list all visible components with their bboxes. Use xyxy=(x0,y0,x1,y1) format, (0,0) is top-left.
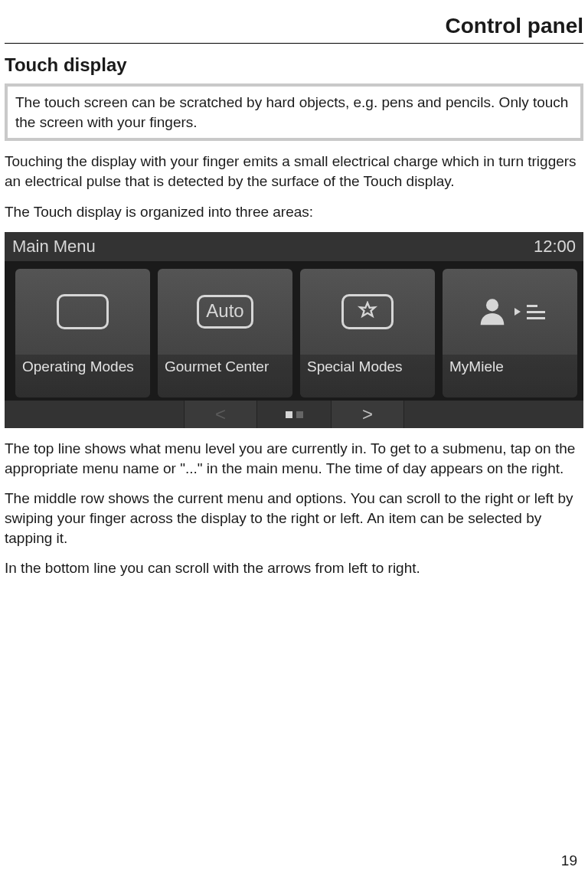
warning-note: The touch screen can be scratched by har… xyxy=(5,83,583,141)
page-title: Control panel xyxy=(5,14,583,38)
page-dot xyxy=(296,411,303,418)
mymiele-icon xyxy=(443,269,577,355)
display-footer: < > xyxy=(5,401,583,428)
tile-gourmet-center[interactable]: Auto Gourmet Center xyxy=(158,269,292,397)
page-number: 19 xyxy=(561,852,577,869)
tile-mymiele[interactable]: MyMiele xyxy=(443,269,577,397)
tile-row[interactable]: Operating Modes Auto Gourmet Center Spec… xyxy=(5,261,583,401)
tile-label: Operating Modes xyxy=(22,358,134,375)
menu-breadcrumb[interactable]: Main Menu xyxy=(12,237,96,257)
display-header: Main Menu 12:00 xyxy=(5,232,583,261)
scroll-left-button[interactable]: < xyxy=(184,401,257,428)
clock: 12:00 xyxy=(534,237,576,257)
special-modes-icon xyxy=(300,269,435,355)
tile-label: Gourmet Center xyxy=(165,358,269,375)
paragraph: In the bottom line you can scroll with t… xyxy=(5,558,583,578)
paragraph: The Touch display is organized into thre… xyxy=(5,202,583,222)
page-indicator xyxy=(257,401,331,428)
touch-display: Main Menu 12:00 Operating Modes Auto Gou… xyxy=(5,232,583,428)
svg-point-0 xyxy=(486,299,498,312)
tile-special-modes[interactable]: Special Modes xyxy=(300,269,435,397)
page-dot-active xyxy=(286,411,292,418)
tile-operating-modes[interactable]: Operating Modes xyxy=(15,269,150,397)
scroll-right-button[interactable]: > xyxy=(331,401,404,428)
divider xyxy=(5,43,583,44)
auto-icon: Auto xyxy=(158,269,292,355)
paragraph: The middle row shows the current menu an… xyxy=(5,489,583,548)
tile-label: MyMiele xyxy=(449,358,504,375)
operating-modes-icon xyxy=(15,269,150,355)
paragraph: The top line shows what menu level you a… xyxy=(5,439,583,478)
tile-label: Special Modes xyxy=(307,358,403,375)
paragraph: Touching the display with your finger em… xyxy=(5,152,583,191)
section-title: Touch display xyxy=(5,54,583,76)
